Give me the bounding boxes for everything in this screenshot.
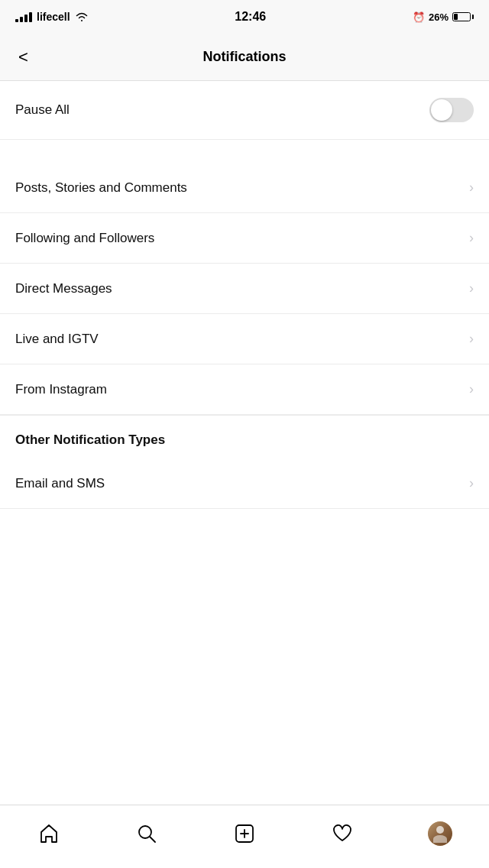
other-types-section-header: Other Notification Types xyxy=(0,415,489,458)
item-label: From Instagram xyxy=(15,382,107,397)
home-icon xyxy=(38,823,60,844)
svg-line-1 xyxy=(150,837,155,842)
chevron-right-icon: › xyxy=(469,230,474,246)
search-icon xyxy=(136,823,157,844)
signal-bars xyxy=(15,12,32,22)
status-left: lifecell xyxy=(15,11,89,23)
list-item-from-instagram[interactable]: From Instagram › xyxy=(0,364,489,415)
profile-avatar xyxy=(428,821,452,846)
page-title: Notifications xyxy=(202,49,286,65)
item-label: Email and SMS xyxy=(15,476,105,491)
back-button[interactable]: < xyxy=(12,41,34,73)
list-item-following[interactable]: Following and Followers › xyxy=(0,213,489,264)
tab-bar xyxy=(0,805,489,868)
section-header-label: Other Notification Types xyxy=(15,432,165,447)
tab-profile[interactable] xyxy=(391,815,489,846)
notification-categories: Posts, Stories and Comments › Following … xyxy=(0,163,489,415)
item-label: Following and Followers xyxy=(15,231,154,246)
battery-percent: 26% xyxy=(429,11,449,23)
gap-1 xyxy=(0,140,489,163)
nav-header: < Notifications xyxy=(0,34,489,81)
tab-search[interactable] xyxy=(98,817,196,844)
pause-all-label: Pause All xyxy=(15,102,70,118)
chevron-right-icon: › xyxy=(469,381,474,397)
item-label: Posts, Stories and Comments xyxy=(15,180,187,196)
list-item-email-sms[interactable]: Email and SMS › xyxy=(0,458,489,509)
pause-all-row[interactable]: Pause All xyxy=(0,81,489,140)
tab-home[interactable] xyxy=(0,817,98,844)
list-item-live[interactable]: Live and IGTV › xyxy=(0,314,489,364)
chevron-right-icon: › xyxy=(469,280,474,296)
chevron-right-icon: › xyxy=(469,180,474,196)
battery-indicator xyxy=(452,12,474,21)
tab-activity[interactable] xyxy=(293,817,391,844)
heart-icon xyxy=(332,823,353,844)
wifi-icon xyxy=(75,11,89,22)
status-right: ⏰ 26% xyxy=(413,11,474,23)
item-label: Live and IGTV xyxy=(15,332,99,347)
main-content: Pause All Posts, Stories and Comments › … xyxy=(0,81,489,572)
list-item-direct-messages[interactable]: Direct Messages › xyxy=(0,264,489,314)
chevron-right-icon: › xyxy=(469,475,474,491)
list-item-posts[interactable]: Posts, Stories and Comments › xyxy=(0,163,489,213)
alarm-icon: ⏰ xyxy=(413,11,425,23)
chevron-right-icon: › xyxy=(469,331,474,347)
carrier-label: lifecell xyxy=(37,11,70,23)
tab-new-post[interactable] xyxy=(196,817,293,844)
new-post-icon xyxy=(234,823,255,844)
status-bar: lifecell 12:46 ⏰ 26% xyxy=(0,0,489,34)
pause-all-toggle[interactable] xyxy=(429,98,474,122)
item-label: Direct Messages xyxy=(15,281,112,296)
toggle-knob xyxy=(431,99,452,121)
status-time: 12:46 xyxy=(235,10,266,24)
